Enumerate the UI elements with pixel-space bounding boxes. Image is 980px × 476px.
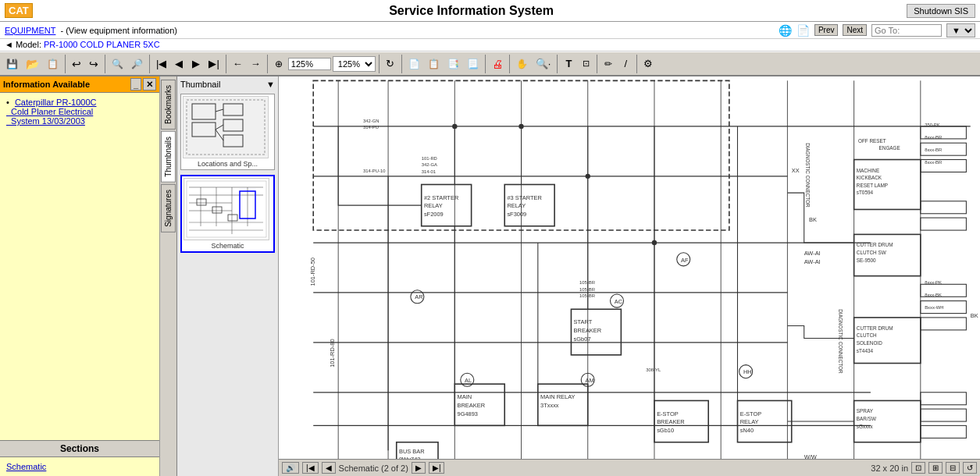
- section-schematic-link[interactable]: Schematic: [6, 462, 153, 471]
- svg-rect-26: [288, 76, 970, 459]
- back-button[interactable]: ←: [230, 56, 246, 71]
- cat-logo: CAT: [5, 3, 33, 18]
- svg-text:sGxxxx: sGxxxx: [857, 424, 874, 429]
- svg-text:CLUTCH SW: CLUTCH SW: [857, 250, 886, 255]
- goto-dropdown[interactable]: ▼: [946, 23, 975, 37]
- svg-text:RELAY: RELAY: [424, 202, 443, 209]
- save-button[interactable]: [3, 56, 21, 71]
- fit-button[interactable]: ⊡: [911, 462, 925, 474]
- diagram-area[interactable]: DIAGNOSTIC CONNECTOR DIAGNOSTIC CONNECTO…: [279, 76, 980, 459]
- print-red-button[interactable]: 🖨: [489, 56, 506, 72]
- svg-rect-0: [184, 98, 267, 157]
- shutdown-button[interactable]: Shutdown SIS: [907, 4, 975, 18]
- zoom-rect-button[interactable]: ⊡: [578, 57, 593, 70]
- svg-text:8xxx-BK: 8xxx-BK: [925, 293, 942, 297]
- schematic-diagram: DIAGNOSTIC CONNECTOR DIAGNOSTIC CONNECTO…: [279, 76, 980, 459]
- close-button[interactable]: ✕: [143, 78, 156, 91]
- thumbnail-svg-1: [185, 179, 268, 239]
- info-tree: • Caterpillar PR-1000C Cold Planer Elect…: [0, 93, 159, 440]
- thumbnail-item-1[interactable]: Schematic: [180, 175, 275, 253]
- next-button[interactable]: Next: [843, 24, 867, 36]
- svg-text:sF3009: sF3009: [507, 211, 526, 218]
- tab-bookmarks[interactable]: Bookmarks: [161, 80, 176, 130]
- svg-text:sF2009: sF2009: [424, 211, 444, 218]
- separator-9: [509, 55, 510, 73]
- last-button[interactable]: ▶|: [205, 56, 222, 71]
- zoom-tool-button[interactable]: 🔍·: [533, 56, 554, 71]
- sections-header: Sections: [0, 440, 159, 457]
- line-button[interactable]: /: [618, 56, 633, 71]
- svg-text:AC: AC: [615, 298, 623, 305]
- page-first-button[interactable]: |◀: [302, 462, 319, 474]
- rotate-button[interactable]: ↻: [383, 56, 398, 71]
- goto-input[interactable]: [871, 24, 942, 37]
- fit2-button[interactable]: ⊞: [928, 462, 943, 474]
- svg-text:DIAGNOSTIC CONNECTOR: DIAGNOSTIC CONNECTOR: [805, 143, 811, 208]
- page-next-button[interactable]: ▶: [412, 462, 426, 474]
- fit3-button[interactable]: ⊟: [946, 462, 960, 474]
- model-link[interactable]: PR-1000 COLD PLANER 5XC: [44, 40, 160, 49]
- find-button[interactable]: [109, 56, 127, 71]
- svg-text:314-PU-10: 314-PU-10: [363, 169, 386, 173]
- equipment-link[interactable]: EQUIPMENT: [5, 26, 55, 35]
- svg-text:SE-9500: SE-9500: [857, 258, 876, 263]
- prev-button[interactable]: Prev: [814, 24, 839, 36]
- redo-button[interactable]: [86, 56, 102, 72]
- doc2-button[interactable]: 📋: [425, 57, 443, 71]
- model-bar: ◄ Model: PR-1000 COLD PLANER 5XC: [0, 39, 980, 52]
- svg-text:Bxxx-WH: Bxxx-WH: [925, 305, 943, 310]
- equipment-bar: EQUIPMENT - (View equipment information)…: [0, 22, 980, 39]
- svg-text:sN40: sN40: [740, 427, 754, 434]
- svg-text:308-YL: 308-YL: [646, 368, 661, 372]
- status-bar: 🔊 |◀ ◀ Schematic (2 of 2) ▶ ▶| 32 x 20 i…: [279, 459, 980, 476]
- first-button[interactable]: |◀: [153, 56, 169, 71]
- separator-1: [65, 55, 66, 73]
- minimize-button[interactable]: _: [130, 78, 141, 91]
- svg-text:XX: XX: [792, 167, 800, 174]
- zoom-select[interactable]: 125%50%75%100%150%200%: [333, 56, 376, 72]
- page-prev-button[interactable]: ◀: [322, 462, 336, 474]
- svg-text:OFF RESET: OFF RESET: [858, 138, 886, 144]
- settings-button[interactable]: ⚙: [640, 56, 656, 71]
- doc4-button[interactable]: 📃: [464, 57, 482, 71]
- svg-text:AR: AR: [415, 293, 423, 300]
- zoom-input[interactable]: 125%: [288, 58, 331, 70]
- svg-text:BREAKER: BREAKER: [657, 418, 685, 425]
- zoom-fit-button[interactable]: ⊕: [271, 57, 287, 71]
- copy-button[interactable]: [44, 56, 62, 71]
- svg-text:W/W: W/W: [804, 453, 817, 459]
- next-page-button[interactable]: ▶: [188, 56, 204, 71]
- doc1-button[interactable]: 📄: [405, 57, 423, 71]
- prev-page-button[interactable]: ◀: [171, 56, 187, 71]
- undo-button[interactable]: [69, 56, 84, 72]
- fwd-button[interactable]: →: [248, 56, 264, 71]
- rotate-sb-button[interactable]: ↺: [963, 462, 977, 474]
- svg-text:105-BR: 105-BR: [579, 287, 595, 292]
- svg-text:101-RD: 101-RD: [422, 156, 437, 161]
- svg-text:8xxx-PK: 8xxx-PK: [925, 280, 942, 285]
- page-last-button[interactable]: ▶|: [429, 462, 445, 474]
- text-button[interactable]: [561, 56, 576, 71]
- thumbnail-item-0[interactable]: Locations and Sp...: [180, 94, 275, 170]
- tab-signatures[interactable]: Signatures: [161, 184, 176, 233]
- tab-thumbnails[interactable]: Thumbnails: [161, 131, 176, 183]
- svg-text:sGb07: sGb07: [574, 336, 591, 343]
- sound-button[interactable]: 🔊: [282, 462, 299, 474]
- find2-button[interactable]: 🔎: [128, 57, 146, 71]
- doc3-button[interactable]: 📑: [444, 57, 462, 71]
- svg-text:SOLENOID: SOLENOID: [857, 340, 882, 346]
- svg-text:RELAY: RELAY: [507, 202, 526, 209]
- tree-link-0[interactable]: Caterpillar PR-1000C Cold Planer Electri…: [6, 98, 96, 126]
- thumbnail-dropdown-icon[interactable]: ▼: [266, 80, 275, 89]
- tree-item-0: • Caterpillar PR-1000C Cold Planer Elect…: [6, 98, 153, 126]
- svg-text:AM: AM: [586, 377, 594, 384]
- open-button[interactable]: 📂: [23, 56, 42, 72]
- hand-button[interactable]: [513, 56, 531, 71]
- svg-text:E-STOP: E-STOP: [657, 410, 679, 417]
- hand-icon: [516, 58, 528, 69]
- svg-text:RELAY: RELAY: [740, 418, 759, 425]
- svg-text:sGb10: sGb10: [657, 427, 674, 434]
- svg-text:AL: AL: [465, 377, 472, 384]
- pen-button[interactable]: [600, 56, 616, 71]
- svg-text:350-PK: 350-PK: [925, 123, 940, 127]
